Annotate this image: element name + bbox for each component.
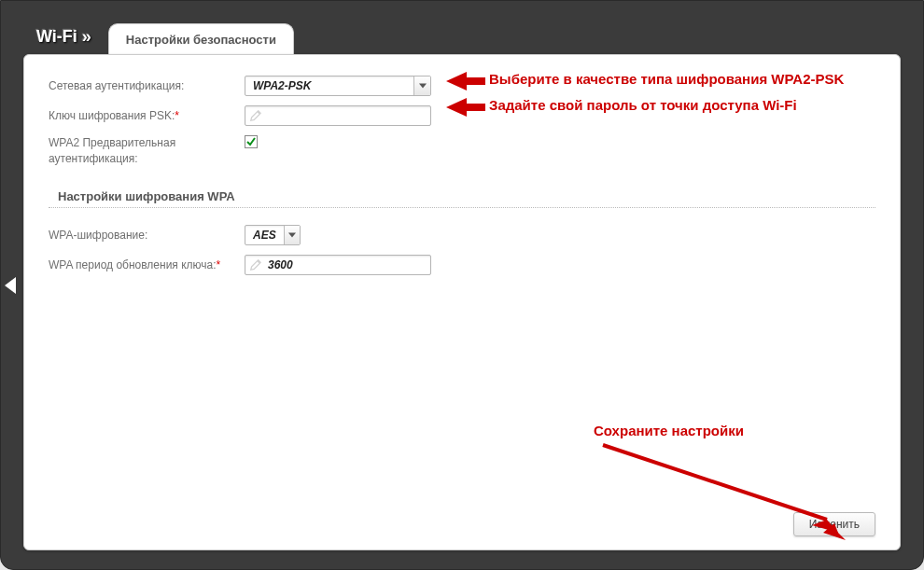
breadcrumb[interactable]: Wi-Fi » [36,27,91,54]
chevron-down-icon[interactable] [413,76,430,95]
chevron-down-icon[interactable] [284,226,300,244]
row-wpa2-preauth: WPA2 Предварительная аутентификация: [49,135,875,167]
svg-marker-1 [288,232,296,237]
header: Wi-Fi » Настройки безопасности [36,23,901,54]
select-network-auth-value: WPA2-PSK [245,79,413,92]
pencil-icon [249,258,262,271]
tab-security-settings[interactable]: Настройки безопасности [108,23,294,54]
annotation-arrow-icon [446,72,467,90]
select-wpa-encryption[interactable]: AES [245,225,301,245]
svg-marker-0 [419,84,427,89]
app-frame: Wi-Fi » Настройки безопасности Сетевая а… [0,0,924,570]
collapse-sidebar-arrow-icon[interactable] [5,277,16,294]
input-psk-key[interactable] [245,105,431,126]
label-psk-key: Ключ шифрования PSK:* [49,109,245,122]
divider [49,207,875,208]
settings-panel: Сетевая аутентификация: WPA2-PSK Ключ ши… [23,54,901,550]
annotation-arrow-icon [446,98,467,117]
row-wpa-encryption: WPA-шифрование: AES [49,225,875,245]
annotation-text-3: Сохраните настройки [594,423,744,438]
label-wpa2-preauth: WPA2 Предварительная аутентификация: [49,135,245,167]
input-wpa-rekey-field[interactable] [266,257,427,272]
row-wpa-rekey: WPA период обновления ключа:* [49,255,875,275]
svg-line-2 [603,445,827,520]
select-wpa-encryption-value: AES [245,229,284,242]
pencil-icon [249,109,262,122]
annotation-text-2: Задайте свой пароль от точки доступа Wi-… [489,97,797,113]
select-network-auth[interactable]: WPA2-PSK [245,76,431,96]
section-title-wpa-encryption: Настройки шифрования WPA [58,189,875,203]
save-button[interactable]: Изменить [793,512,875,536]
annotation-text-1: Выберите в качестве типа шифрования WPA2… [489,71,844,87]
label-wpa-encryption: WPA-шифрование: [49,229,245,242]
input-psk-key-field[interactable] [266,108,427,123]
label-wpa-rekey: WPA период обновления ключа:* [49,258,245,271]
label-network-auth: Сетевая аутентификация: [49,79,245,92]
input-wpa-rekey[interactable] [245,255,431,275]
checkbox-wpa2-preauth[interactable] [245,135,258,148]
